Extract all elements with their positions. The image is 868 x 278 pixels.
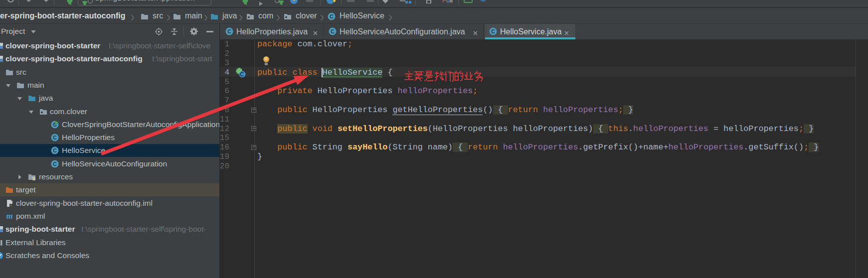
svg-text:C: C [53,161,57,167]
svg-text:C: C [491,28,495,34]
svg-text:C: C [331,28,335,34]
svg-text:C: C [53,135,57,140]
svg-text:m: m [6,212,12,220]
svg-text:C: C [330,13,334,19]
svg-text:C: C [53,147,57,153]
svg-text:C: C [227,28,231,34]
